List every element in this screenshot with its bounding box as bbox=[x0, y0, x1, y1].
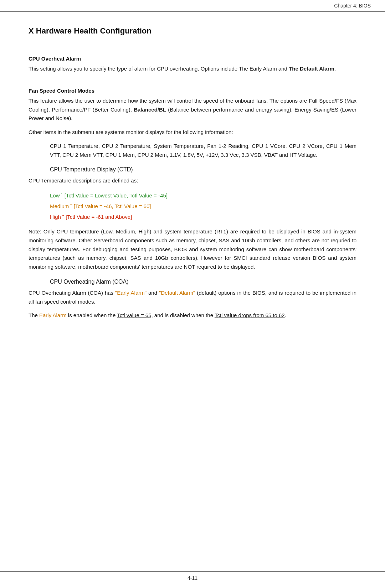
ctd-subsection-title: CPU Temperature Display (CTD) bbox=[50, 166, 356, 173]
fan-speed-text1: This feature allows the user to determin… bbox=[29, 97, 356, 123]
temp-low-line: Low ˜ [Tctl Value = Lowest Value, Tctl V… bbox=[50, 190, 356, 201]
spacer2 bbox=[29, 78, 356, 81]
ctd-note: Note: Only CPU temperature (Low, Medium,… bbox=[29, 227, 356, 272]
coa-text2: The Early Alarm is enabled when the Tctl… bbox=[29, 311, 356, 320]
temp-medium-line: Medium ˜ [Tctl Value = -46, Tctl Value =… bbox=[50, 201, 356, 212]
chapter-label: Chapter 4: BIOS bbox=[334, 3, 371, 9]
fan-speed-heading: Fan Speed Control Modes bbox=[29, 88, 356, 94]
cpu-overheat-text: This setting allows you to specify the t… bbox=[29, 65, 356, 73]
fan-speed-text2: Other items in the submenu are systems m… bbox=[29, 128, 356, 137]
chapter-title: X Hardware Health Configuration bbox=[29, 26, 356, 36]
ctd-intro: CPU Temperature descriptions are defined… bbox=[29, 176, 356, 185]
chapter-title-text: X Hardware Health Configuration bbox=[29, 26, 152, 35]
page-header: Chapter 4: BIOS bbox=[0, 0, 385, 12]
spacer3 bbox=[29, 222, 356, 227]
early-alarm-label2: Early Alarm bbox=[39, 312, 67, 318]
main-content: X Hardware Health Configuration CPU Over… bbox=[0, 12, 385, 346]
page-footer: 4-11 bbox=[0, 571, 385, 581]
coa-text1: CPU Overheating Alarm (COA) has "Early A… bbox=[29, 289, 356, 306]
temp-high-line: High ˜ [Tctl Value = -61 and Above] bbox=[50, 212, 356, 222]
early-alarm-label: "Early Alarm" bbox=[115, 290, 147, 296]
tctl-value2: Tctl value drops from 65 to 62 bbox=[215, 312, 285, 318]
default-alarm-label: "Default Alarm" bbox=[159, 290, 195, 296]
tctl-value1: Tctl value = 65, bbox=[117, 312, 153, 318]
cpu-overheat-heading: CPU Overheat Alarm bbox=[29, 56, 356, 62]
fan-speed-indented: CPU 1 Temperature, CPU 2 Temperature, Sy… bbox=[50, 142, 356, 160]
coa-subsection-title: CPU Overheating Alarm (COA) bbox=[50, 279, 356, 285]
page-number: 4-11 bbox=[188, 575, 197, 581]
page-container: Chapter 4: BIOS X Hardware Health Config… bbox=[0, 0, 385, 588]
spacer bbox=[29, 46, 356, 48]
